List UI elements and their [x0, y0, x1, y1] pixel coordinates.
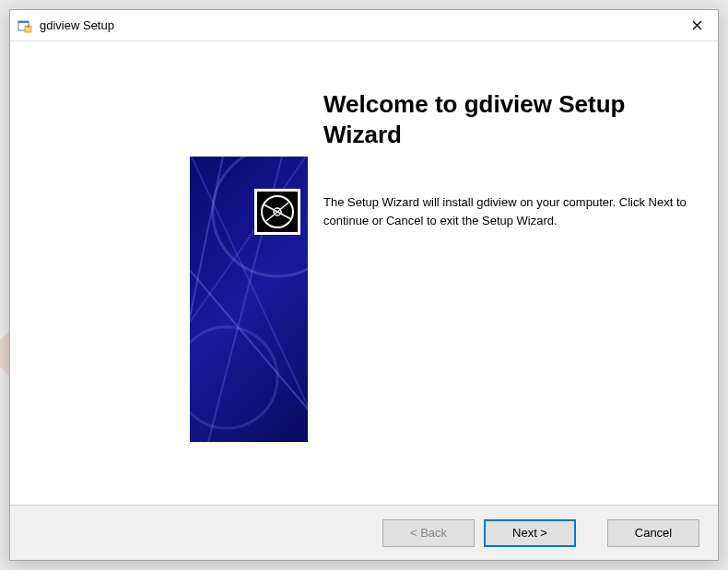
installer-icon: [18, 18, 32, 33]
wizard-body-text: The Setup Wizard will install gdiview on…: [323, 193, 692, 229]
svg-line-7: [190, 157, 227, 442]
next-button[interactable]: Next >: [484, 519, 576, 547]
svg-rect-3: [27, 26, 29, 28]
setup-dialog: gdiview Setup Welcome to gdiview Setup W…: [9, 9, 719, 561]
button-bar: < Back Next > Cancel: [10, 505, 718, 560]
back-button: < Back: [382, 519, 475, 547]
svg-rect-1: [18, 21, 29, 23]
wizard-heading: Welcome to gdiview Setup Wizard: [323, 89, 692, 149]
cancel-button[interactable]: Cancel: [607, 519, 699, 547]
titlebar: gdiview Setup: [10, 10, 718, 41]
wizard-sidebar-image: [190, 157, 308, 442]
close-button[interactable]: [675, 11, 718, 41]
window-title: gdiview Setup: [40, 18, 675, 32]
svg-line-14: [266, 203, 288, 221]
disc-icon: [254, 189, 300, 235]
wizard-content: Welcome to gdiview Setup Wizard Th: [10, 41, 718, 505]
